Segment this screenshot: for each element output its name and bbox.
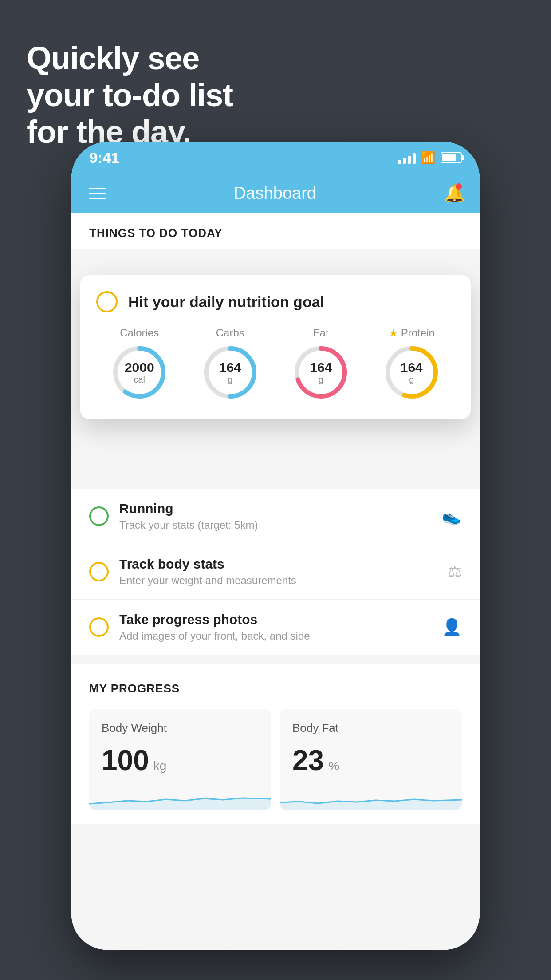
body-fat-unit: % xyxy=(328,759,339,773)
signal-icon xyxy=(398,151,416,164)
task-body-stats-circle xyxy=(89,562,109,581)
stat-calories: Calories 2000 cal xyxy=(110,327,168,401)
fat-value: 164 xyxy=(310,360,332,375)
task-progress-photos[interactable]: Take progress photos Add images of your … xyxy=(71,600,480,655)
task-list: Running Track your stats (target: 5km) 👟… xyxy=(71,489,480,655)
hero-text: Quickly see your to-do list for the day. xyxy=(27,40,233,150)
section-title: THINGS TO DO TODAY xyxy=(89,226,223,240)
protein-value: 164 xyxy=(401,360,423,375)
calories-value: 2000 xyxy=(125,360,154,375)
nav-title: Dashboard xyxy=(234,184,316,203)
task-running-name: Running xyxy=(119,501,431,516)
stat-calories-label: Calories xyxy=(120,327,159,339)
calories-ring: 2000 cal xyxy=(110,344,168,401)
svg-marker-9 xyxy=(280,799,462,810)
running-icon: 👟 xyxy=(442,507,462,526)
nutrition-stats: Calories 2000 cal xyxy=(96,327,455,401)
status-bar: 9:41 📶 xyxy=(71,142,480,173)
stat-carbs: Carbs 164 g xyxy=(201,327,259,401)
task-running-content: Running Track your stats (target: 5km) xyxy=(119,501,431,531)
body-weight-card[interactable]: Body Weight 100 kg xyxy=(89,709,271,810)
fat-unit: g xyxy=(310,375,332,385)
hamburger-menu[interactable] xyxy=(89,188,106,199)
task-running[interactable]: Running Track your stats (target: 5km) 👟 xyxy=(71,489,480,544)
stat-fat-label: Fat xyxy=(313,327,329,339)
stat-fat: Fat 164 g xyxy=(292,327,350,401)
app-content: THINGS TO DO TODAY Hit your daily nutrit… xyxy=(71,213,480,950)
nutrition-status-circle xyxy=(96,291,118,312)
body-weight-value-container: 100 kg xyxy=(102,744,259,777)
protein-ring: 164 g xyxy=(383,344,441,401)
task-body-stats[interactable]: Track body stats Enter your weight and m… xyxy=(71,544,480,600)
task-body-stats-content: Track body stats Enter your weight and m… xyxy=(119,557,437,587)
task-running-desc: Track your stats (target: 5km) xyxy=(119,519,431,531)
carbs-unit: g xyxy=(219,375,241,385)
task-body-stats-name: Track body stats xyxy=(119,557,437,572)
things-to-do-header: THINGS TO DO TODAY xyxy=(71,213,480,249)
scale-icon: ⚖ xyxy=(448,562,462,581)
notification-dot xyxy=(456,183,462,190)
person-icon: 👤 xyxy=(442,618,462,636)
wifi-icon: 📶 xyxy=(421,151,435,165)
protein-unit: g xyxy=(401,375,423,385)
stat-carbs-label: Carbs xyxy=(216,327,244,339)
task-body-stats-desc: Enter your weight and measurements xyxy=(119,574,437,587)
body-weight-number: 100 xyxy=(102,744,149,777)
body-weight-unit: kg xyxy=(153,759,167,773)
my-progress-section: MY PROGRESS Body Weight 100 kg xyxy=(71,664,480,824)
fat-ring: 164 g xyxy=(292,344,350,401)
stat-protein: ★ Protein 164 g xyxy=(383,327,441,401)
task-progress-photos-name: Take progress photos xyxy=(119,612,431,627)
progress-title: MY PROGRESS xyxy=(89,682,462,695)
battery-icon xyxy=(441,152,462,163)
calories-unit: cal xyxy=(125,375,154,385)
nutrition-card[interactable]: Hit your daily nutrition goal Calories xyxy=(80,275,471,419)
status-time: 9:41 xyxy=(89,149,119,166)
nutrition-card-title: Hit your daily nutrition goal xyxy=(128,293,324,311)
nav-bar: Dashboard 🔔 xyxy=(71,173,480,213)
body-weight-chart xyxy=(89,784,271,810)
star-icon: ★ xyxy=(389,327,398,339)
task-running-circle xyxy=(89,506,109,526)
status-icons: 📶 xyxy=(398,151,462,165)
body-fat-value-container: 23 % xyxy=(292,744,449,777)
task-progress-photos-desc: Add images of your front, back, and side xyxy=(119,630,431,642)
body-fat-card[interactable]: Body Fat 23 % xyxy=(280,709,462,810)
task-progress-photos-circle xyxy=(89,617,109,637)
carbs-ring: 164 g xyxy=(201,344,259,401)
body-fat-number: 23 xyxy=(292,744,324,777)
notification-bell[interactable]: 🔔 xyxy=(444,183,462,203)
carbs-value: 164 xyxy=(219,360,241,375)
task-progress-photos-content: Take progress photos Add images of your … xyxy=(119,612,431,642)
stat-protein-label: ★ Protein xyxy=(389,327,435,339)
body-weight-title: Body Weight xyxy=(102,721,259,735)
body-fat-title: Body Fat xyxy=(292,721,449,735)
phone-mockup: 9:41 📶 Dashboard 🔔 xyxy=(71,142,480,950)
body-fat-chart xyxy=(280,784,462,810)
nutrition-card-header: Hit your daily nutrition goal xyxy=(96,291,455,312)
progress-cards: Body Weight 100 kg Bo xyxy=(89,709,462,810)
